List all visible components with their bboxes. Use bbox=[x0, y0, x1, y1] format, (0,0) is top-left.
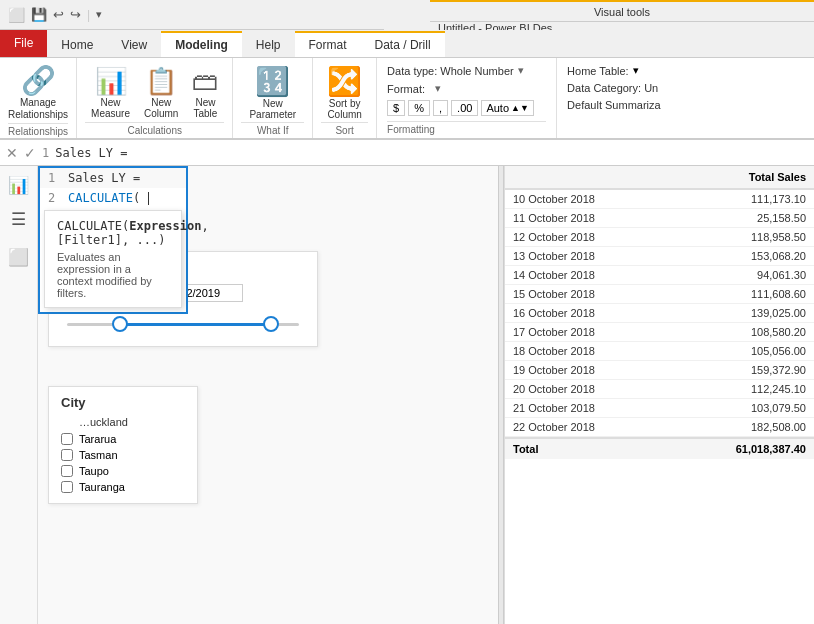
row-date: 19 October 2018 bbox=[513, 364, 595, 376]
formula-input[interactable] bbox=[55, 146, 808, 160]
row-date: 17 October 2018 bbox=[513, 326, 595, 338]
formula-bar: ✕ ✓ 1 bbox=[0, 140, 814, 166]
city-checkbox-taupo[interactable] bbox=[61, 465, 73, 477]
row-date: 13 October 2018 bbox=[513, 250, 595, 262]
tab-view[interactable]: View bbox=[107, 33, 161, 57]
formatting-group-label: Formatting bbox=[387, 121, 546, 135]
row-value: 108,580.20 bbox=[751, 326, 806, 338]
formula-number: 1 bbox=[42, 146, 49, 160]
city-checkbox-tasman[interactable] bbox=[61, 449, 73, 461]
new-table-button[interactable]: 🗃 NewTable bbox=[186, 64, 224, 121]
city-checkbox-tauranga[interactable] bbox=[61, 481, 73, 493]
table-row: 10 October 2018111,173.10 bbox=[505, 190, 814, 209]
separator: | bbox=[87, 8, 90, 22]
tab-datadrill[interactable]: Data / Drill bbox=[361, 31, 445, 57]
formula-x[interactable]: ✕ bbox=[6, 145, 18, 161]
row-date: 21 October 2018 bbox=[513, 402, 595, 414]
left-sidebar: 📊 ☰ ⬜ bbox=[0, 166, 38, 624]
auto-dropdown[interactable]: Auto ▲▼ bbox=[481, 100, 533, 116]
table-icon: 🗃 bbox=[192, 66, 218, 97]
table-row: 22 October 2018182,508.00 bbox=[505, 418, 814, 437]
table-row: 20 October 2018112,245.10 bbox=[505, 380, 814, 399]
customize-icon[interactable]: ▾ bbox=[96, 8, 102, 21]
new-column-button[interactable]: 📋 NewColumn bbox=[138, 64, 184, 121]
slider-thumb-left[interactable] bbox=[112, 316, 128, 332]
parameter-icon: 🔢 bbox=[255, 65, 290, 98]
ribbon-group-items: 🔗 ManageRelationships bbox=[11, 62, 66, 123]
calculations-group-label: Calculations bbox=[85, 122, 224, 136]
city-checkbox-tararua[interactable] bbox=[61, 433, 73, 445]
table-row: 14 October 201894,061.30 bbox=[505, 266, 814, 285]
relationship-view-icon[interactable]: ⬜ bbox=[4, 242, 34, 272]
measure-label: NewMeasure bbox=[91, 97, 130, 119]
ribbon-group-relationships: 🔗 ManageRelationships Relationships bbox=[0, 58, 77, 138]
datatype-label: Data type: Whole Number bbox=[387, 65, 514, 77]
row-value: 111,608.60 bbox=[751, 288, 806, 300]
percent-button[interactable]: % bbox=[408, 100, 430, 116]
row-value: 94,061.30 bbox=[757, 269, 806, 281]
hometable-label: Home Table: bbox=[567, 65, 629, 77]
datatype-dropdown-icon[interactable]: ▾ bbox=[518, 64, 524, 77]
tab-home[interactable]: Home bbox=[47, 33, 107, 57]
sort-group-label: Sort bbox=[321, 122, 368, 136]
undo-icon[interactable]: ↩ bbox=[53, 7, 64, 22]
tab-file[interactable]: File bbox=[0, 29, 47, 57]
defaultsummarize-row: Default Summariza bbox=[567, 99, 727, 111]
row-date: 22 October 2018 bbox=[513, 421, 595, 433]
hometable-dropdown[interactable]: ▾ bbox=[633, 64, 639, 77]
city-item-tauranga: Tauranga bbox=[61, 479, 185, 495]
save-icon[interactable]: 💾 bbox=[31, 7, 47, 22]
measure-icon: 📊 bbox=[95, 66, 127, 97]
slider-thumb-right[interactable] bbox=[263, 316, 279, 332]
cursor bbox=[148, 192, 149, 205]
format-buttons-row: $ % , .00 Auto ▲▼ bbox=[387, 100, 546, 116]
row-value: 111,173.10 bbox=[751, 193, 806, 205]
date-slider[interactable] bbox=[67, 312, 299, 336]
code-line-2: CALCULATE( bbox=[68, 191, 140, 205]
visual-tools-bar: Visual tools bbox=[430, 0, 814, 22]
city-item-taupo: Taupo bbox=[61, 463, 185, 479]
tab-format[interactable]: Format bbox=[295, 31, 361, 57]
city-partial: …uckland bbox=[61, 416, 185, 428]
tab-help[interactable]: Help bbox=[242, 33, 295, 57]
table-row: 16 October 2018139,025.00 bbox=[505, 304, 814, 323]
new-parameter-button[interactable]: 🔢 NewParameter bbox=[241, 63, 304, 122]
currency-button[interactable]: $ bbox=[387, 100, 405, 116]
manage-rel-label: ManageRelationships bbox=[8, 97, 68, 121]
tab-modeling[interactable]: Modeling bbox=[161, 31, 242, 57]
table-total-row: Total 61,018,387.40 bbox=[505, 437, 814, 459]
comma-button[interactable]: , bbox=[433, 100, 448, 116]
redo-icon[interactable]: ↪ bbox=[70, 7, 81, 22]
sort-group-items: 🔀 Sort byColumn bbox=[321, 62, 368, 122]
row-date: 16 October 2018 bbox=[513, 307, 595, 319]
whatif-group-items: 🔢 NewParameter bbox=[241, 62, 304, 122]
row-date: 10 October 2018 bbox=[513, 193, 595, 205]
row-value: 153,068.20 bbox=[751, 250, 806, 262]
data-view-icon[interactable]: ☰ bbox=[4, 204, 34, 234]
row-value: 159,372.90 bbox=[751, 364, 806, 376]
whatif-group-label: What If bbox=[241, 122, 304, 136]
visual-tools-label: Visual tools bbox=[594, 6, 650, 18]
decimal-button[interactable]: .00 bbox=[451, 100, 478, 116]
manage-relationships-button[interactable]: 🔗 ManageRelationships bbox=[11, 62, 66, 123]
sort-by-column-button[interactable]: 🔀 Sort byColumn bbox=[321, 63, 368, 122]
column-icon: 📋 bbox=[145, 66, 177, 97]
sort-label: Sort byColumn bbox=[327, 98, 361, 120]
app-icon: ⬜ bbox=[8, 7, 25, 23]
calc-group-items: 📊 NewMeasure 📋 NewColumn 🗃 NewTable bbox=[85, 62, 224, 122]
table-row: 21 October 2018103,079.50 bbox=[505, 399, 814, 418]
format-dropdown-icon[interactable]: ▾ bbox=[435, 82, 441, 95]
formula-check[interactable]: ✓ bbox=[24, 145, 36, 161]
row-date: 20 October 2018 bbox=[513, 383, 595, 395]
new-measure-button[interactable]: 📊 NewMeasure bbox=[85, 64, 136, 121]
table-row: 15 October 2018111,608.60 bbox=[505, 285, 814, 304]
total-label: Total bbox=[513, 443, 538, 455]
formula-line-2: 2 CALCULATE( bbox=[40, 188, 186, 208]
hometable-row: Home Table: ▾ bbox=[567, 64, 727, 77]
sort-icon: 🔀 bbox=[327, 65, 362, 98]
table-row: 12 October 2018118,958.50 bbox=[505, 228, 814, 247]
format-row: Format: ▾ bbox=[387, 82, 546, 95]
row-value: 105,056.00 bbox=[751, 345, 806, 357]
report-view-icon[interactable]: 📊 bbox=[4, 170, 34, 200]
parameter-label: NewParameter bbox=[249, 98, 296, 120]
